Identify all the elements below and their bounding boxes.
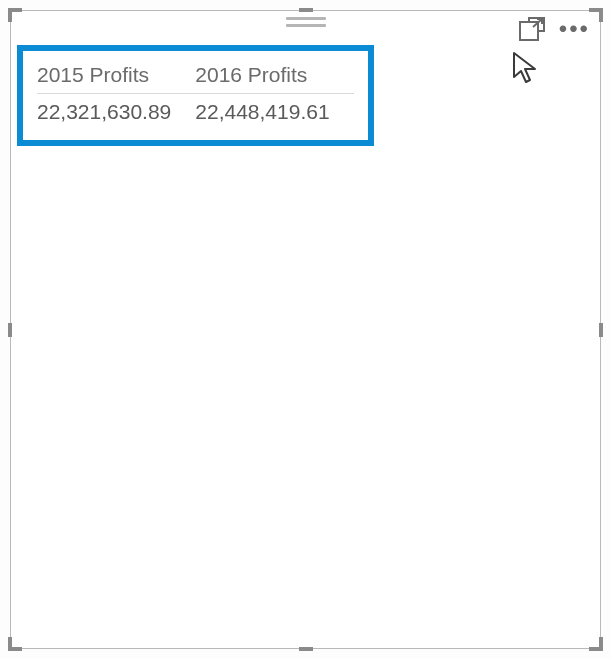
- resize-handle-right[interactable]: [599, 323, 603, 337]
- focus-mode-icon[interactable]: [519, 17, 545, 41]
- column-header[interactable]: 2016 Profits: [195, 61, 353, 94]
- profits-table: 2015 Profits 2016 Profits 22,321,630.89 …: [37, 61, 354, 124]
- table-row[interactable]: 22,321,630.89 22,448,419.61: [37, 94, 354, 125]
- annotation-highlight: 2015 Profits 2016 Profits 22,321,630.89 …: [17, 45, 374, 146]
- resize-handle-left[interactable]: [8, 323, 12, 337]
- resize-handle-bottom[interactable]: [299, 647, 313, 651]
- more-options-icon[interactable]: •••: [559, 17, 590, 41]
- cursor-icon: [511, 51, 541, 89]
- resize-handle-bottom-right[interactable]: [589, 637, 603, 651]
- cell-value: 22,321,630.89: [37, 94, 195, 125]
- resize-handle-top-left[interactable]: [8, 8, 22, 22]
- visual-container[interactable]: ••• 2015 Profits 2016 Profits 22,321,630…: [10, 10, 601, 649]
- drag-grip[interactable]: [286, 17, 326, 27]
- column-header[interactable]: 2015 Profits: [37, 61, 195, 94]
- cell-value: 22,448,419.61: [195, 94, 353, 125]
- resize-handle-top[interactable]: [299, 8, 313, 12]
- resize-handle-top-right[interactable]: [589, 8, 603, 22]
- resize-handle-bottom-left[interactable]: [8, 637, 22, 651]
- visual-toolbar: •••: [519, 15, 590, 43]
